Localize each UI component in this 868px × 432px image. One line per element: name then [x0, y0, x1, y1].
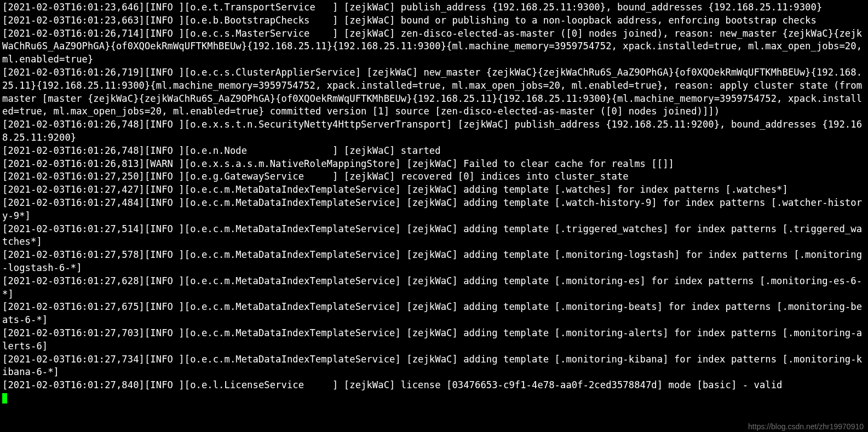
log-text: [2021-02-03T16:01:23,646][INFO ][o.e.t.T… [2, 2, 867, 390]
watermark: https://blog.csdn.net/zhr19970910 [748, 422, 864, 431]
terminal-output[interactable]: [2021-02-03T16:01:23,646][INFO ][o.e.t.T… [0, 0, 868, 405]
terminal-cursor [2, 393, 7, 404]
